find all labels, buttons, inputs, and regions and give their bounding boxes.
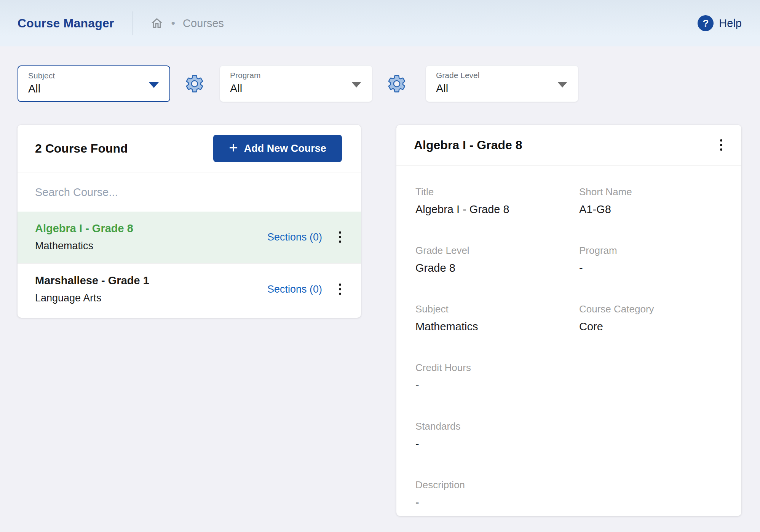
field-label: Program — [579, 245, 726, 256]
breadcrumb-separator: • — [171, 17, 176, 30]
chevron-down-icon — [557, 82, 567, 88]
course-search-row — [18, 172, 361, 212]
field-subject: Subject Mathematics — [415, 303, 579, 333]
field-standards: Standards - — [415, 421, 579, 450]
field-value: - — [415, 379, 579, 392]
course-list-item-marshallese[interactable]: Marshallese - Grade 1 Language Arts Sect… — [18, 263, 361, 315]
field-label: Standards — [415, 421, 579, 432]
course-search-input[interactable] — [35, 186, 343, 199]
program-filter-label: Program — [230, 71, 362, 80]
field-grade-level: Grade Level Grade 8 — [415, 245, 579, 274]
field-value: Algebra I - Grade 8 — [415, 203, 579, 216]
program-filter-dropdown[interactable]: Program All — [220, 65, 372, 102]
field-label: Title — [415, 186, 579, 198]
field-credit-hours: Credit Hours - — [415, 362, 579, 392]
course-count-text: 2 Course Found — [35, 142, 128, 156]
subject-filter-dropdown[interactable]: Subject All — [18, 65, 170, 102]
course-list-panel: 2 Course Found + Add New Course Algebra … — [18, 125, 361, 318]
grade-level-filter-value: All — [436, 82, 568, 95]
breadcrumb: Courses — [183, 17, 224, 30]
add-new-course-button[interactable]: + Add New Course — [213, 135, 342, 162]
program-filter-value: All — [230, 82, 362, 95]
field-value: Core — [579, 320, 726, 333]
field-label: Subject — [415, 303, 579, 315]
course-row-actions: Sections (0) — [267, 228, 345, 246]
grade-level-filter-label: Grade Level — [436, 71, 568, 80]
program-settings-gear-icon[interactable] — [386, 73, 407, 94]
course-detail-panel: Algebra I - Grade 8 Title Algebra I - Gr… — [396, 125, 741, 516]
plus-icon: + — [229, 140, 238, 155]
field-label: Description — [415, 479, 579, 491]
add-new-course-label: Add New Course — [244, 143, 326, 155]
kebab-menu-icon[interactable] — [335, 228, 345, 246]
field-value: - — [579, 262, 726, 274]
subject-filter-label: Subject — [28, 71, 160, 80]
kebab-menu-icon[interactable] — [716, 136, 726, 154]
field-program: Program - — [579, 245, 726, 274]
app-title: Course Manager — [18, 16, 114, 30]
course-subject: Mathematics — [35, 240, 133, 252]
chevron-down-icon — [351, 82, 361, 88]
course-detail-header: Algebra I - Grade 8 — [396, 125, 741, 166]
course-title: Marshallese - Grade 1 — [35, 274, 149, 287]
course-row-text: Marshallese - Grade 1 Language Arts — [35, 274, 149, 304]
course-row-text: Algebra I - Grade 8 Mathematics — [35, 222, 133, 252]
field-label: Course Category — [579, 303, 726, 315]
subject-filter-value: All — [28, 83, 160, 95]
field-label: Credit Hours — [415, 362, 579, 374]
grade-level-filter-dropdown[interactable]: Grade Level All — [426, 65, 578, 102]
app-header: Course Manager • Courses ? Help — [0, 0, 760, 46]
field-value: A1-G8 — [579, 203, 726, 216]
field-value: Mathematics — [415, 320, 579, 333]
course-title: Algebra I - Grade 8 — [35, 222, 133, 235]
sections-link[interactable]: Sections (0) — [267, 284, 322, 295]
kebab-menu-icon[interactable] — [335, 280, 345, 298]
field-value: - — [415, 496, 579, 509]
field-value: - — [415, 438, 579, 450]
field-description: Description - — [415, 479, 579, 509]
field-label: Grade Level — [415, 245, 579, 256]
subject-settings-gear-icon[interactable] — [184, 73, 205, 94]
course-row-actions: Sections (0) — [267, 280, 345, 298]
course-subject: Language Arts — [35, 292, 149, 304]
course-detail-title: Algebra I - Grade 8 — [414, 138, 522, 152]
chevron-down-icon — [149, 82, 159, 88]
help-button[interactable]: ? Help — [698, 15, 742, 31]
filter-bar: Subject All Program All Grade Level All — [0, 65, 760, 102]
help-label: Help — [719, 17, 742, 30]
help-icon: ? — [698, 15, 714, 31]
field-title: Title Algebra I - Grade 8 — [415, 186, 579, 216]
field-value: Grade 8 — [415, 262, 579, 274]
header-divider — [132, 11, 133, 35]
home-icon[interactable] — [150, 16, 164, 30]
field-course-category: Course Category Core — [579, 303, 726, 333]
field-short-name: Short Name A1-G8 — [579, 186, 726, 216]
course-list-item-algebra[interactable]: Algebra I - Grade 8 Mathematics Sections… — [18, 212, 361, 263]
course-detail-fields: Title Algebra I - Grade 8 Short Name A1-… — [396, 166, 741, 509]
sections-link[interactable]: Sections (0) — [267, 231, 322, 243]
course-list-header: 2 Course Found + Add New Course — [18, 125, 361, 172]
field-label: Short Name — [579, 186, 726, 198]
